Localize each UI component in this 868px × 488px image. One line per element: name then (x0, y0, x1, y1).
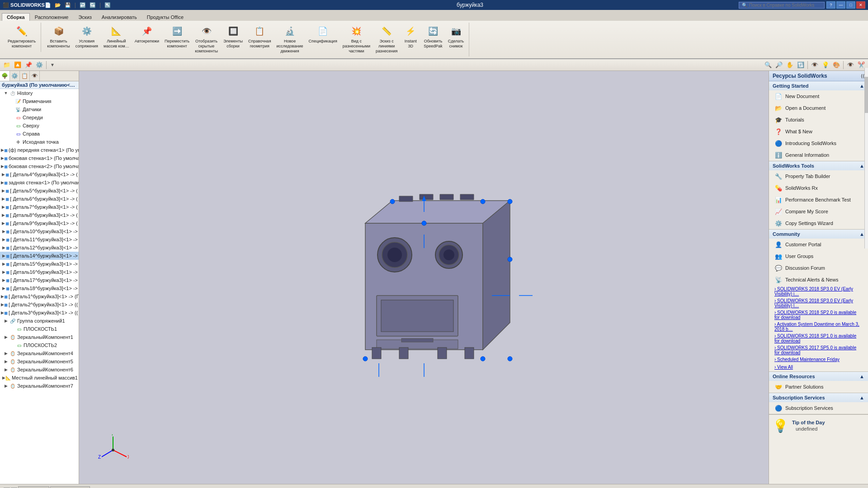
solidworks-rx-item[interactable]: 💊 SolidWorks Rx (769, 182, 868, 194)
close-btn[interactable]: ✕ (856, 1, 865, 9)
section-community-header[interactable]: Community ▲ (769, 230, 868, 239)
tab-office[interactable]: Продукты Office (142, 13, 189, 21)
explode-lines-btn[interactable]: 📏 Эскиз слиниямиразнесения (373, 23, 400, 55)
motion-btn[interactable]: 🔬 Новоеисследованиедвижения (274, 23, 306, 55)
ft-tab-features[interactable]: 🌳 (0, 71, 10, 81)
list-item[interactable]: ▶ 🪞 ЗеркальныйКомпонент6 (0, 366, 79, 374)
view-all-link[interactable]: › View All (769, 363, 868, 371)
property-tab-builder-item[interactable]: 🔧 Property Tab Builder (769, 170, 868, 182)
pattern-btn[interactable]: 📐 Линейныймассив ком… (101, 23, 132, 55)
instant3d-btn[interactable]: ⚡ Instant3D (401, 23, 420, 55)
section-sw-tools-header[interactable]: SolidWorks Tools ▲ (769, 161, 868, 170)
general-info-item[interactable]: ℹ️ General Information (769, 149, 868, 161)
list-item[interactable]: ▶ ◼ [ Деталь5^буржуйка3]<1> -> ( (0, 187, 79, 195)
tab-assembly[interactable]: Сборка (2, 13, 30, 21)
list-item[interactable]: ▶ ◼ [ Деталь8^буржуйка3]<1> -> ( (0, 211, 79, 219)
tab-sketch[interactable]: Эскиз (73, 13, 96, 21)
copy-settings-item[interactable]: ⚙️ Copy Settings Wizard (769, 217, 868, 229)
toolbar-select[interactable]: ↖️ (104, 2, 111, 8)
news-item-4[interactable]: › Activation System Downtime on March 3,… (769, 321, 868, 333)
list-item[interactable]: ▶ ◼ [ Деталь1^буржуйка3]<1> -> (По (0, 292, 79, 300)
tb2-btn-1[interactable]: 📁 (2, 60, 12, 70)
news-item-6[interactable]: › SOLIDWORKS 2017 SP5.0 is available for… (769, 344, 868, 356)
list-item[interactable]: ▶ ◼ [ Деталь3^буржуйка3]<1> -> (( (0, 309, 79, 317)
mate-btn[interactable]: ⚙️ Условиясопряжения (73, 23, 100, 55)
whats-new-item[interactable]: ❓ What $ New (769, 126, 868, 137)
toolbar-open[interactable]: 📂 (55, 2, 61, 8)
tab-model[interactable]: Модель (18, 486, 49, 488)
toolbar-undo[interactable]: ↩️ (80, 2, 86, 8)
section-subscription-header[interactable]: Subscription Services ▲ (769, 393, 868, 402)
pan-btn[interactable]: ✋ (785, 60, 795, 70)
toolbar-save[interactable]: 💾 (65, 2, 71, 8)
list-item[interactable]: ▶ ◼ [ Деталь6^буржуйка3]<1> -> ( (0, 195, 79, 203)
insert-component-btn[interactable]: 📦 Вставитькомпоненты (45, 23, 72, 55)
exploded-btn[interactable]: 💥 Вид сразнесеннымичастями (340, 23, 373, 55)
list-item[interactable]: ▶ 🪞 ЗеркальныйКомпонент1 (0, 333, 79, 341)
fasteners-btn[interactable]: 📌 Автокрепежи (132, 23, 161, 55)
list-item[interactable]: ▶ ◼ [ Деталь11^буржуйка3]<1> -> (0, 235, 79, 244)
list-item[interactable]: ▶ ◼ [ Деталь7^буржуйка3]<1> -> ( (0, 203, 79, 211)
maximize-btn[interactable]: □ (846, 1, 855, 9)
list-item[interactable]: ▶ ◼ [ Деталь9^буржуйка3]<1> -> ( (0, 219, 79, 227)
3d-viewport[interactable]: X Y Z (79, 71, 769, 484)
list-item[interactable]: ▶ ◼ (ф) передняя стенка<1> (По ум (0, 146, 79, 154)
list-item[interactable]: ▶ ◼ задняя стенка<1> (По умолчан (0, 178, 79, 187)
list-item[interactable]: ▭ Справа (0, 130, 79, 138)
tech-alerts-item[interactable]: 📡 Technical Alerts & News (769, 274, 868, 286)
tb2-btn-4[interactable]: ⚙️ (34, 60, 44, 70)
list-item[interactable]: ▭ ПЛОСКОСТЬ2 (0, 341, 79, 349)
show-hidden-btn[interactable]: 👁️ Отобразитьскрытыекомпоненты (193, 23, 220, 55)
speedpak-btn[interactable]: 🔄 ОбновитьSpeedPak (421, 23, 445, 55)
intro-solidworks-item[interactable]: 🔵 Introducing SolidWorks (769, 137, 868, 149)
help-btn[interactable]: ? (826, 1, 835, 9)
list-item[interactable]: ▶ ◼ [ Деталь18^буржуйка3]<1> -> (0, 284, 79, 292)
ft-tab-display[interactable]: 👁️ (30, 71, 40, 81)
list-item[interactable]: ▶ 🔗 Группа сопряжений1 (0, 317, 79, 325)
bom-btn[interactable]: 📄 Спецификация (307, 23, 340, 55)
open-document-item[interactable]: 📂 Open a Document (769, 102, 868, 114)
list-item[interactable]: ▶ ◼ боковая стенка<1> (По умолча (0, 154, 79, 162)
ref-geometry-btn[interactable]: 📋 Справочнаягеометрия (246, 23, 273, 55)
zoom-out-btn[interactable]: 🔎 (774, 60, 784, 70)
toolbar-new[interactable]: 📄 (45, 2, 51, 8)
news-item-7[interactable]: › Scheduled Maintenance Friday (769, 356, 868, 363)
list-item[interactable]: ▶ ◼ [ Деталь17^буржуйка3]<1> -> (0, 276, 79, 284)
list-item[interactable]: ▶ 🪞 ЗеркальныйКомпонент4 (0, 349, 79, 357)
edit-component-btn[interactable]: ✏️ Редактироватькомпонент (5, 23, 38, 50)
list-item[interactable]: ▼ ⏱️ History (0, 89, 79, 97)
list-item[interactable]: ▶ ◼ [ Деталь16^буржуйка3]<1> -> (0, 268, 79, 276)
rotate-btn[interactable]: 🔃 (796, 60, 806, 70)
view-shading-btn[interactable]: 💡 (821, 60, 830, 70)
list-item[interactable]: ▶ ◼ [ Деталь15^буржуйка3]<1> -> (0, 260, 79, 268)
news-item-5[interactable]: › SOLIDWORKS 2018 SP1.0 is available for… (769, 333, 868, 344)
compare-score-item[interactable]: 📈 Compare My Score (769, 206, 868, 217)
help-search-input[interactable] (749, 3, 821, 8)
capture-btn[interactable]: 📷 Сделатьснимок (446, 23, 466, 55)
partner-solutions-item[interactable]: 🤝 Partner Solutions (769, 381, 868, 393)
list-item[interactable]: ▭ Спереди (0, 113, 79, 122)
ft-tab-properties[interactable]: ⚙️ (10, 71, 20, 81)
list-item[interactable]: ▭ Сверху (0, 122, 79, 130)
list-item[interactable]: ▶ ◼ [ Деталь12^буржуйка3]<1> -> (0, 244, 79, 252)
news-item-3[interactable]: › SOLIDWORKS 2018 SP2.0 is available for… (769, 309, 868, 321)
list-item[interactable]: ▶ 📐 Местный линейный массив1 (0, 374, 79, 382)
tab-analyze[interactable]: Анализировать (97, 13, 142, 21)
new-document-item[interactable]: 📄 New Document (769, 90, 868, 102)
discussion-forum-item[interactable]: 💬 Discussion Forum (769, 262, 868, 274)
zoom-in-btn[interactable]: 🔍 (763, 60, 773, 70)
minimize-btn[interactable]: — (836, 1, 845, 9)
list-item[interactable]: ▶ ◼ боковая стенка<2> (По умолча (0, 162, 79, 170)
display-btn[interactable]: 🎨 (831, 60, 841, 70)
list-item[interactable]: ▶ ◼ [ Деталь4^буржуйка3]<1> -> ( (0, 170, 79, 178)
section-getting-started-header[interactable]: Getting Started ▲ (769, 81, 868, 90)
tb2-btn-2[interactable]: 🔼 (13, 60, 23, 70)
hide-show-btn[interactable]: 👁️ (845, 60, 855, 70)
list-item[interactable]: ▶ ◼ [ Деталь2^буржуйка3]<1> -> (( (0, 300, 79, 309)
tb2-btn-3[interactable]: 📌 (24, 60, 33, 70)
news-item-1[interactable]: › SOLIDWORKS 2018 SP3.0 EV (Early Visibi… (769, 286, 868, 297)
list-item[interactable]: ▶ 🪞 ЗеркальныйКомпонент5 (0, 357, 79, 366)
list-item[interactable]: ✛ Исходная точка (0, 138, 79, 146)
list-item[interactable]: 📝 Примечания (0, 97, 79, 105)
tab-layout[interactable]: Расположение (30, 13, 74, 21)
